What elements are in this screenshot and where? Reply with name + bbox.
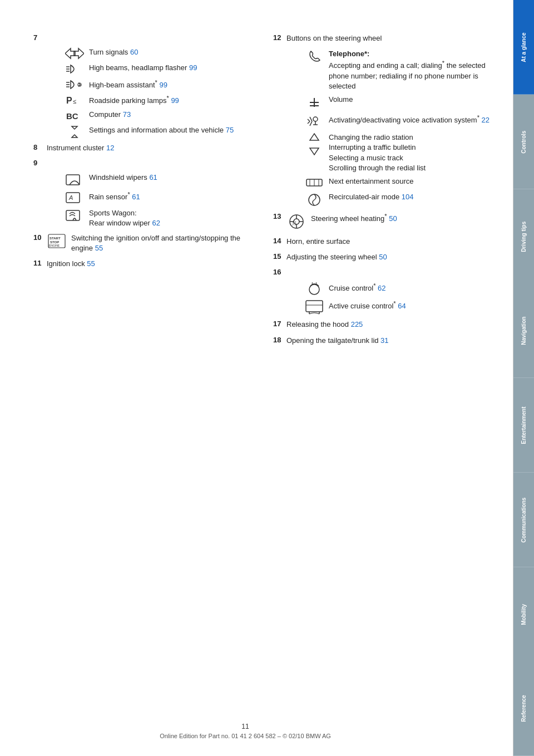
item-14-text: Horn, entire surface: [286, 237, 350, 247]
high-beam-assistant-text: High-beam assistant* 99: [89, 78, 167, 91]
volume-icon: [304, 95, 324, 110]
item-number-13: 13: [273, 212, 284, 220]
item-15-page[interactable]: 50: [379, 253, 387, 261]
item-number-18: 18: [273, 336, 284, 344]
item-number-17: 17: [273, 320, 284, 328]
windshield-wipers-item: Windshield wipers 61: [65, 173, 251, 187]
svg-marker-13: [72, 135, 77, 138]
computer-text: Computer 73: [89, 110, 131, 120]
voice-activation-text: Activating/deactivating voice activation…: [329, 114, 490, 126]
sidebar-tab-navigation[interactable]: Navigation: [513, 283, 534, 378]
svg-line-26: [308, 121, 310, 124]
svg-text:P: P: [66, 96, 72, 105]
item-13-text: Steering wheel heating* 50: [311, 212, 397, 224]
windshield-wipers-text: Windshield wipers 61: [89, 173, 157, 183]
section-item-13: 13: [273, 212, 491, 231]
section-item-10: 10 START STOP ENGINE Switching the ignit…: [33, 233, 251, 253]
item-18-page[interactable]: 31: [380, 336, 388, 345]
recirculated-air-icon: [304, 192, 324, 208]
sidebar-tab-entertainment[interactable]: Entertainment: [513, 378, 534, 473]
item-11-page[interactable]: 55: [87, 259, 95, 268]
footer-text: Online Edition for Part no. 01 41 2 604 …: [0, 733, 491, 739]
volume-text: Volume: [329, 95, 353, 105]
sidebar-tab-at-a-glance[interactable]: At a glance: [513, 0, 534, 95]
item-13-page[interactable]: 50: [389, 214, 397, 223]
page-body: 7 Turn signals 60: [0, 0, 513, 756]
svg-text:ENGINE: ENGINE: [49, 244, 60, 247]
parking-lamps-icon: P ≤: [65, 94, 85, 106]
sidebar-tab-mobility[interactable]: Mobility: [513, 567, 534, 662]
sidebar-tab-reference[interactable]: Reference: [513, 661, 534, 756]
computer-icon: BC: [65, 110, 85, 122]
parking-lamps-page[interactable]: 99: [171, 96, 179, 105]
svg-marker-33: [310, 148, 319, 155]
active-cruise-control-text: Active cruise control* 64: [329, 300, 406, 312]
high-beams-text: High beams, headlamp flasher 99: [89, 63, 197, 73]
svg-text:START: START: [50, 237, 61, 240]
item-17-text: Releasing the hood 225: [286, 320, 363, 330]
voice-activation-item: Activating/deactivating voice activation…: [304, 114, 491, 129]
turn-signals-page[interactable]: 60: [130, 48, 138, 56]
windshield-wipers-page[interactable]: 61: [149, 173, 157, 181]
svg-rect-46: [306, 301, 323, 312]
parking-lamps-item: P ≤ Roadside parking lamps* 99: [65, 94, 251, 106]
sidebar-tab-controls[interactable]: Controls: [513, 95, 534, 189]
active-cruise-control-icon: [304, 300, 324, 315]
section-item-15: 15 Adjusting the steering wheel 50: [273, 252, 491, 262]
rain-sensor-text: Rain sensor* 61: [89, 190, 140, 203]
sports-wagon-wiper-item: Sports Wagon:Rear window wiper 62: [65, 208, 251, 228]
windshield-wipers-icon: [65, 173, 85, 187]
turn-signals-text: Turn signals 60: [89, 47, 138, 57]
sidebar-tab-driving-tips[interactable]: Driving tips: [513, 189, 534, 284]
item-10-text: Switching the ignition on/off and starti…: [71, 233, 251, 253]
rain-sensor-page[interactable]: 61: [132, 193, 140, 202]
svg-text:A: A: [68, 194, 73, 201]
high-beam-assistant-icon: [65, 78, 85, 91]
high-beam-assistant-item: High-beam assistant* 99: [65, 78, 251, 91]
item-12-subitems: Telephone*: Accepting and ending a call;…: [304, 49, 491, 208]
recirculated-air-item: Recirculated-air mode 104: [304, 192, 491, 208]
high-beams-item: High beams, headlamp flasher 99: [65, 63, 251, 75]
recirculated-air-page[interactable]: 104: [402, 193, 414, 201]
high-beams-page[interactable]: 99: [189, 63, 197, 72]
item-10-page[interactable]: 55: [95, 244, 103, 252]
voice-activation-page[interactable]: 22: [482, 116, 490, 125]
cruise-control-icon: [304, 282, 324, 296]
item-number-7: 7: [33, 33, 44, 42]
sports-wagon-wiper-page[interactable]: 62: [152, 219, 160, 227]
item-8-page[interactable]: 12: [106, 144, 114, 152]
item-7-subitems: Turn signals 60: [65, 47, 251, 139]
voice-activation-icon: [304, 114, 324, 129]
item-8-text: Instrument cluster 12: [47, 143, 114, 153]
item-number-12: 12: [273, 33, 284, 42]
right-column: 12 Buttons on the steering wheel Telepho…: [273, 33, 491, 351]
telephone-text: Telephone*: Accepting and ending a call;…: [329, 49, 491, 91]
high-beams-icon: [65, 63, 85, 75]
next-entertainment-text: Next entertainment source: [329, 176, 413, 186]
radio-text: Changing the radio station Interrupting …: [329, 132, 426, 173]
computer-page[interactable]: 73: [123, 110, 131, 119]
sports-wagon-wiper-text: Sports Wagon:Rear window wiper 62: [89, 208, 160, 228]
high-beam-assistant-page[interactable]: 99: [159, 81, 167, 89]
svg-rect-14: [66, 175, 80, 185]
item-number-16: 16: [273, 268, 284, 276]
sidebar-tab-communications[interactable]: Communications: [513, 473, 534, 567]
parking-lamps-text: Roadside parking lamps* 99: [89, 94, 179, 106]
volume-item: Volume: [304, 95, 491, 110]
left-column: 7 Turn signals 60: [33, 33, 251, 351]
item-12-text: Buttons on the steering wheel: [286, 33, 382, 43]
section-item-18: 18 Opening the tailgate/trunk lid 31: [273, 336, 491, 346]
item-11-text: Ignition lock 55: [47, 259, 95, 269]
next-entertainment-icon: [304, 176, 324, 189]
turn-signals-icon: [65, 47, 85, 60]
item-17-page[interactable]: 225: [351, 320, 363, 328]
item-number-11: 11: [33, 259, 44, 267]
vehicle-settings-page[interactable]: 75: [226, 126, 234, 134]
cruise-control-page[interactable]: 62: [378, 284, 385, 293]
item-16-subitems: Cruise control* 62: [304, 282, 491, 315]
active-cruise-control-page[interactable]: 64: [398, 302, 406, 311]
item-number-9: 9: [33, 159, 44, 167]
steering-wheel-heating-icon: [286, 212, 306, 231]
recirculated-air-text: Recirculated-air mode 104: [329, 192, 413, 202]
page-footer: 11 Online Edition for Part no. 01 41 2 6…: [0, 723, 491, 739]
